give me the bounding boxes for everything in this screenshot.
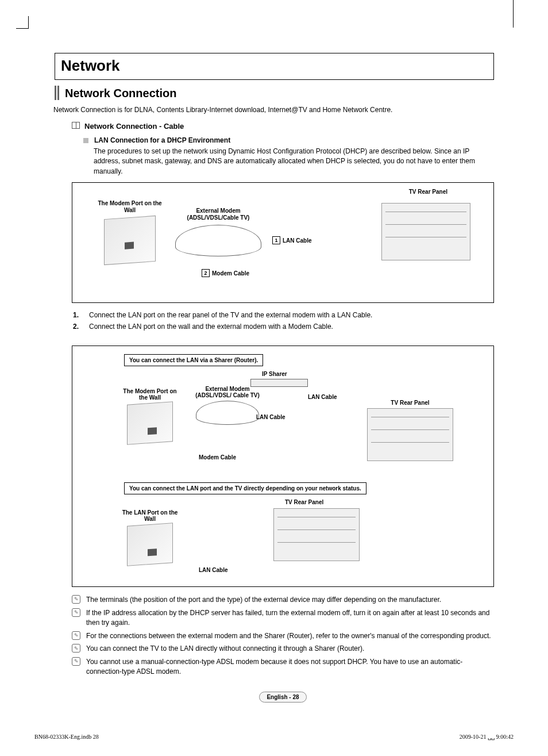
- external-modem-label-2: External Modem (ADSL/VDSL/ Cable TV): [193, 386, 262, 398]
- page-number-pill: English - 28: [259, 692, 306, 703]
- tv-rear-panel-label-3: TV Rear Panel: [285, 499, 323, 505]
- tv-panel-illustration-3: [273, 508, 360, 561]
- note-text: If the IP address allocation by the DHCP…: [86, 608, 494, 628]
- router-banner: You can connect the LAN via a Sharer (Ro…: [124, 354, 263, 366]
- note-item: ✎ The terminals (the position of the por…: [72, 595, 494, 605]
- diagram-box-2: You can connect the LAN via a Sharer (Ro…: [72, 346, 494, 587]
- note-text: For the connections between the external…: [86, 631, 491, 641]
- step-2: 2. Connect the LAN port on the wall and …: [73, 323, 494, 331]
- note-icon: ✎: [72, 657, 80, 666]
- modem-cable-label-2: Modem Cable: [199, 454, 236, 460]
- book-icon: [72, 122, 80, 129]
- modem-cable-number: 2: [202, 269, 210, 277]
- step-1: 1. Connect the LAN port on the rear pane…: [73, 311, 494, 319]
- lan-cable-number: 1: [272, 236, 280, 244]
- section-header: Network Connection: [55, 86, 494, 100]
- step-text: Connect the LAN port on the wall and the…: [89, 323, 333, 331]
- step-number: 1.: [73, 311, 83, 319]
- step-text: Connect the LAN port on the rear panel o…: [89, 311, 372, 319]
- note-icon: ✎: [72, 644, 80, 653]
- lan-cable-label: LAN Cable: [283, 237, 312, 244]
- note-item: ✎ If the IP address allocation by the DH…: [72, 608, 494, 628]
- direct-banner: You can connect the LAN port and the TV …: [124, 482, 366, 494]
- wall-port-illustration: [104, 216, 156, 265]
- steps-list: 1. Connect the LAN port on the rear pane…: [73, 311, 494, 331]
- tv-rear-panel-label-2: TV Rear Panel: [391, 400, 429, 406]
- note-icon: ✎: [72, 631, 80, 640]
- note-item: ✎ You can connect the TV to the LAN dire…: [72, 644, 494, 654]
- tv-panel-illustration-2: [367, 408, 453, 461]
- notes-list: ✎ The terminals (the position of the por…: [72, 595, 494, 677]
- footer-right: 2009-10-21 ␣␣ 9:00:42: [460, 734, 514, 740]
- modem-illustration: [175, 225, 261, 256]
- chapter-title-box: Network: [55, 53, 494, 80]
- subsection-title: Network Connection - Cable: [84, 122, 184, 131]
- note-text: The terminals (the position of the port …: [86, 595, 441, 605]
- diagram-box-1: TV Rear Panel The Modem Port on the Wall…: [72, 182, 494, 303]
- external-modem-label: External Modem (ADSL/VDSL/Cable TV): [172, 208, 264, 221]
- subsection-row: Network Connection - Cable: [72, 122, 494, 131]
- note-icon: ✎: [72, 595, 80, 604]
- section-ornament-icon: [55, 86, 60, 100]
- note-text: You cannot use a manual-connection-type …: [86, 657, 494, 677]
- square-bullet-icon: [83, 138, 88, 143]
- ip-sharer-label: IP Sharer: [262, 371, 287, 377]
- modem-illustration-2: [196, 401, 259, 425]
- note-item: ✎ You cannot use a manual-connection-typ…: [72, 657, 494, 677]
- intro-text: Network Connection is for DLNA, Contents…: [53, 106, 494, 114]
- topic-title: LAN Connection for a DHCP Environment: [94, 136, 230, 144]
- step-number: 2.: [73, 323, 83, 331]
- lan-cable-tag: 1 LAN Cable: [272, 236, 312, 244]
- tv-panel-illustration: [381, 203, 470, 260]
- note-icon: ✎: [72, 608, 80, 617]
- tv-rear-panel-label: TV Rear Panel: [409, 189, 447, 195]
- note-item: ✎ For the connections between the extern…: [72, 631, 494, 641]
- lan-cable-label-2a: LAN Cable: [308, 394, 337, 400]
- note-text: You can connect the TV to the LAN direct…: [86, 644, 364, 654]
- wall-port-label: The Modem Port on the Wall: [95, 200, 164, 214]
- topic-row: LAN Connection for a DHCP Environment: [83, 136, 494, 144]
- lan-port-wall-label: The LAN Port on the Wall: [118, 509, 182, 522]
- modem-cable-tag: 2 Modem Cable: [202, 269, 249, 277]
- lan-cable-label-3: LAN Cable: [199, 567, 228, 573]
- lan-cable-label-2b: LAN Cable: [256, 414, 285, 420]
- section-title: Network Connection: [65, 86, 176, 100]
- topic-body: The procedures to set up the network usi…: [94, 147, 494, 176]
- footer-left: BN68-02333K-Eng.indb 28: [34, 734, 99, 740]
- chapter-title: Network: [61, 57, 488, 75]
- wall-port-illustration-3: [127, 523, 173, 566]
- wall-port-illustration-2: [127, 401, 173, 445]
- wall-port-label-2: The Modem Port on the Wall: [118, 388, 182, 401]
- modem-cable-label: Modem Cable: [212, 270, 249, 277]
